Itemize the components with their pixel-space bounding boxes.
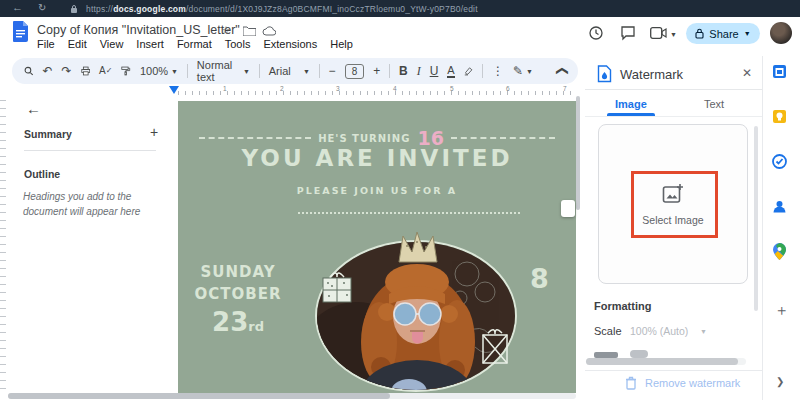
menu-tools[interactable]: Tools: [225, 38, 251, 50]
panel-horizontal-scrollbar-thumb[interactable]: [586, 358, 738, 365]
text-color-button[interactable]: A: [447, 64, 454, 78]
ruler-number: 7: [563, 85, 567, 92]
editing-mode-select[interactable]: ✎▼: [513, 65, 533, 77]
gift-doodle-right: [480, 325, 510, 367]
menu-format[interactable]: Format: [177, 38, 212, 50]
google-docs-logo[interactable]: [13, 21, 29, 42]
ruler-number: 1: [223, 85, 227, 92]
paragraph-style-select[interactable]: Normal text▼: [197, 59, 250, 83]
close-outline-back-icon[interactable]: ←: [26, 100, 41, 117]
font-size-increase[interactable]: +: [373, 65, 380, 77]
divider: [585, 89, 762, 90]
close-panel-icon[interactable]: ✕: [742, 66, 752, 80]
browser-refresh-icon[interactable]: ↻: [38, 2, 46, 13]
panel-vertical-scrollbar[interactable]: [754, 126, 758, 311]
invitation-day: SUNDAY: [192, 263, 284, 281]
invitation-subtitle: PLEASE JOIN US FOR A: [178, 185, 576, 196]
browser-back-icon[interactable]: ←: [12, 1, 23, 13]
underline-button[interactable]: U: [430, 65, 439, 77]
invitation-image[interactable]: HE'S TURNING 16 YOU ARE INVITED PLEASE J…: [178, 101, 576, 393]
vertical-ruler: [0, 100, 6, 390]
url-text[interactable]: https://docs.google.com/document/d/1X0J9…: [86, 4, 478, 14]
horizontal-ruler[interactable]: 1 2 3 4 5 6 7: [168, 85, 578, 96]
print-icon[interactable]: [81, 65, 90, 77]
menu-edit[interactable]: Edit: [68, 38, 87, 50]
toolbar: ↶ ↷ A✓ 100%▼ Normal text▼ Arial▼ − 8 + B…: [12, 58, 578, 84]
font-size-decrease[interactable]: −: [329, 65, 336, 77]
document-horizontal-scrollbar-thumb[interactable]: [8, 393, 390, 399]
move-folder-icon[interactable]: [243, 26, 256, 36]
ruler-number: 6: [506, 85, 510, 92]
document-horizontal-scrollbar-track[interactable]: [8, 393, 576, 399]
gift-doodle-left: [320, 268, 354, 306]
italic-button[interactable]: I: [417, 65, 421, 77]
version-history-icon[interactable]: [588, 25, 604, 41]
spellcheck-icon[interactable]: A✓: [99, 66, 112, 76]
formatting-label: Formatting: [594, 300, 651, 312]
maps-icon[interactable]: [773, 243, 786, 260]
scale-label: Scale: [594, 325, 622, 337]
search-icon[interactable]: [24, 65, 33, 77]
camera-dropdown-caret[interactable]: ▼: [670, 31, 677, 38]
star-icon[interactable]: ☆: [221, 24, 231, 37]
font-select[interactable]: Arial▼: [269, 65, 310, 77]
document-title[interactable]: Copy of Копия "Invitation_US_letter": [37, 23, 240, 37]
lock-icon: [70, 4, 78, 14]
undo-icon[interactable]: ↶: [42, 65, 52, 77]
contacts-icon[interactable]: [772, 199, 787, 214]
scale-value[interactable]: 100% (Auto): [630, 325, 688, 337]
turning-label: HE'S TURNING: [318, 133, 410, 144]
indent-marker[interactable]: [169, 86, 179, 94]
bold-button[interactable]: B: [399, 65, 408, 77]
remove-watermark-label: Remove watermark: [645, 377, 740, 389]
scale-dropdown-caret[interactable]: ▼: [700, 328, 707, 335]
collapse-side-panel-icon[interactable]: ❯: [776, 376, 784, 387]
calendar-icon[interactable]: [772, 64, 787, 79]
meet-camera-icon[interactable]: [650, 27, 667, 39]
menu-help[interactable]: Help: [330, 38, 353, 50]
avatar[interactable]: [770, 22, 792, 44]
tab-text[interactable]: Text: [704, 98, 724, 110]
panel-horizontal-scrollbar-track[interactable]: [586, 358, 746, 365]
share-dropdown-caret[interactable]: ▼: [744, 30, 751, 37]
add-app-icon[interactable]: ＋: [774, 301, 789, 320]
invitation-month: OCTOBER: [188, 285, 288, 303]
paint-format-icon[interactable]: [121, 65, 130, 77]
ruler-number: 4: [393, 85, 397, 92]
invitation-title: YOU ARE INVITED: [178, 145, 576, 171]
menu-file[interactable]: File: [37, 38, 55, 50]
document-vertical-scrollbar[interactable]: [576, 96, 580, 210]
clipped-toggle[interactable]: [630, 350, 648, 358]
ruler-number: 3: [336, 85, 340, 92]
summary-label: Summary: [24, 128, 72, 140]
tasks-icon[interactable]: [772, 154, 787, 169]
more-options-icon[interactable]: ⋮: [492, 65, 504, 77]
cloud-status-icon[interactable]: [262, 26, 276, 36]
keep-icon[interactable]: [772, 109, 787, 124]
menu-insert[interactable]: Insert: [136, 38, 164, 50]
watermark-panel: Watermark ✕ Image Text Select Image Form…: [585, 56, 762, 400]
menu-extensions[interactable]: Extensions: [263, 38, 317, 50]
menu-view[interactable]: View: [100, 38, 124, 50]
share-label: Share: [709, 28, 738, 40]
collapse-toolbar-icon[interactable]: ❯: [555, 66, 567, 76]
font-size-field[interactable]: 8: [345, 64, 365, 79]
remove-watermark-button[interactable]: Remove watermark: [625, 376, 740, 390]
redo-icon[interactable]: ↷: [62, 65, 72, 77]
scroll-handle-widget[interactable]: [561, 200, 575, 217]
menu-bar: File Edit View Insert Format Tools Exten…: [37, 38, 353, 50]
highlight-icon[interactable]: [464, 65, 473, 77]
panel-title: Watermark: [620, 67, 683, 82]
add-summary-button[interactable]: +: [150, 124, 158, 140]
browser-address-bar[interactable]: ← ↻ https://docs.google.com/document/d/1…: [0, 0, 800, 17]
watermark-icon: [597, 65, 612, 83]
share-button[interactable]: Share ▼: [686, 23, 760, 44]
dotted-line: [298, 212, 520, 214]
tab-image[interactable]: Image: [615, 98, 647, 110]
invitation-time: 8: [530, 263, 549, 294]
comments-icon[interactable]: [620, 25, 636, 41]
divider: [24, 150, 156, 151]
dash-line-left: [199, 137, 311, 139]
trash-icon: [625, 376, 637, 390]
zoom-select[interactable]: 100%▼: [140, 65, 178, 77]
